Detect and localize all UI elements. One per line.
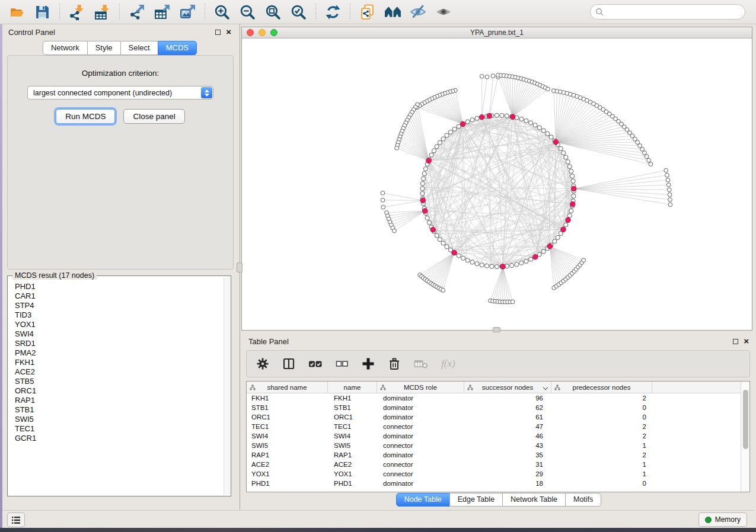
table-row[interactable]: ACE2ACE2connector311 [247,460,741,469]
mcds-result-item[interactable]: SWI5 [15,415,224,424]
graph-node[interactable] [432,149,436,153]
graph-hub-node[interactable] [452,250,457,255]
network-from-selection-button[interactable] [356,2,378,22]
graph-node[interactable] [425,216,429,220]
memory-button[interactable]: Memory [698,512,747,527]
export-table-button[interactable] [151,2,173,22]
open-file-button[interactable] [6,2,27,22]
graph-hub-node[interactable] [553,140,559,145]
hide-selected-button[interactable] [407,2,429,22]
graph-node[interactable] [572,194,576,198]
graph-node[interactable] [480,74,484,78]
add-column-button[interactable] [362,357,375,370]
graph-node[interactable] [429,153,433,157]
table-row[interactable]: RAP1RAP1dominator352 [247,450,741,460]
run-mcds-button[interactable]: Run MCDS [56,109,115,124]
table-row[interactable]: FKH1FKH1dominator962 [247,393,741,403]
graph-node[interactable] [567,213,572,217]
import-table-button[interactable] [91,2,113,22]
mcds-result-item[interactable]: FKH1 [15,358,224,367]
graph-hub-node[interactable] [420,198,426,203]
network-canvas[interactable] [242,39,752,330]
select-all-button[interactable] [308,357,323,370]
graph-node[interactable] [556,235,560,239]
mcds-result-item[interactable]: ACE2 [15,367,224,377]
mcds-result-item[interactable]: TEC1 [15,424,224,434]
graph-node[interactable] [395,146,399,150]
mcds-result-item[interactable]: CAR1 [15,291,224,301]
mcds-result-item[interactable]: TID3 [15,310,224,320]
graph-node[interactable] [645,155,649,159]
network-window-titlebar[interactable]: YPA_prune.txt_1 [242,27,752,39]
network-graph[interactable] [242,39,752,330]
export-network-button[interactable] [126,2,147,22]
delete-column-button[interactable] [388,357,401,370]
mcds-result-item[interactable]: PMA2 [15,348,224,358]
mcds-result-item[interactable]: STB5 [15,377,224,386]
graph-hub-node[interactable] [510,114,515,120]
search-input[interactable] [604,6,745,18]
graph-node[interactable] [457,254,461,258]
zoom-in-button[interactable] [211,2,232,22]
column-header-predecessor-nodes[interactable]: predecessor nodes [551,382,652,393]
graph-node[interactable] [470,260,474,264]
show-column-button[interactable] [282,357,295,370]
table-scrollbar[interactable] [741,382,749,492]
graph-node[interactable] [562,150,566,155]
graph-node[interactable] [664,168,668,172]
graph-node[interactable] [665,173,669,177]
graph-node[interactable] [643,151,647,155]
graph-node[interactable] [420,191,425,196]
graph-node[interactable] [392,229,396,233]
graph-node[interactable] [529,121,533,125]
graph-node[interactable] [638,144,642,148]
criterion-select[interactable]: largest connected component (undirected) [27,86,213,100]
graph-node[interactable] [435,145,439,149]
table-row[interactable]: SWI5SWI5connector431 [247,441,741,450]
zoom-fit-button[interactable] [262,2,283,22]
graph-node[interactable] [567,164,572,168]
column-header-successor-nodes[interactable]: successor nodes [464,382,551,393]
graph-node[interactable] [465,120,470,124]
graph-node[interactable] [470,118,474,122]
table-row[interactable]: STB1STB1dominator620 [247,403,741,412]
show-all-button[interactable] [433,2,454,22]
graph-node[interactable] [668,203,672,207]
mcds-result-item[interactable]: GCR1 [15,434,224,443]
task-history-button[interactable] [7,512,25,527]
delete-table-button[interactable] [414,357,428,370]
graph-hub-node[interactable] [430,227,436,232]
graph-node[interactable] [519,117,524,121]
graph-hub-node[interactable] [532,254,538,259]
graph-hub-node[interactable] [487,113,492,118]
mcds-result-item[interactable]: STP4 [15,301,224,310]
graph-hub-node[interactable] [422,209,428,214]
graph-node[interactable] [546,87,550,91]
graph-node[interactable] [445,245,449,249]
graph-node[interactable] [549,135,553,139]
graph-node[interactable] [423,166,428,171]
mcds-result-item[interactable]: SWI4 [15,329,224,339]
mcds-result-item[interactable]: STB1 [15,405,224,415]
graph-hub-node[interactable] [566,217,571,223]
graph-node[interactable] [537,126,541,130]
graph-node[interactable] [553,239,557,243]
graph-node[interactable] [438,238,442,242]
column-header-name[interactable]: name [328,382,377,393]
tab-select[interactable]: Select [120,41,158,55]
graph-node[interactable] [569,209,573,213]
graph-hub-node[interactable] [561,227,566,232]
zoom-out-button[interactable] [237,2,258,22]
graph-node[interactable] [484,264,489,268]
graph-node[interactable] [570,174,575,178]
graph-node[interactable] [381,205,385,209]
table-row[interactable]: PHD1PHD1dominator180 [247,479,741,488]
graph-node[interactable] [569,169,573,173]
graph-hub-node[interactable] [460,121,465,127]
graph-node[interactable] [500,113,504,117]
graph-hub-node[interactable] [570,201,575,207]
import-network-button[interactable] [66,2,87,22]
tab-mcds[interactable]: MCDS [158,41,197,55]
mcds-result-list[interactable]: PHD1CAR1STP4TID3YOX1SWI4SRD1PMA2FKH1ACE2… [8,282,224,495]
refresh-button[interactable] [322,2,343,22]
